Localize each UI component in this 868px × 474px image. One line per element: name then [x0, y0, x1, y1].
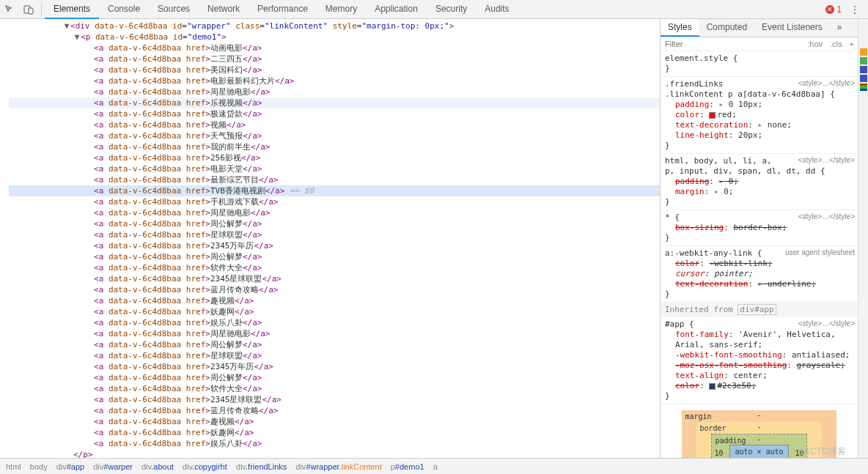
dom-node[interactable]: <a data-v-6c4d8baa href>蓝月传奇攻略</a>: [9, 405, 660, 416]
breadcrumb-item[interactable]: div.copygirht: [183, 462, 227, 471]
breadcrumb-bar: htmlbodydiv#appdiv#warperdiv.aboutdiv.co…: [0, 458, 868, 474]
dom-node[interactable]: <a data-v-6c4d8baa href>妖趣网</a>: [9, 306, 660, 317]
dom-node[interactable]: <a data-v-6c4d8baa href>2345万年历</a>: [9, 240, 660, 251]
breadcrumb-item[interactable]: div#app: [56, 462, 85, 471]
coverage-strip: [858, 19, 868, 458]
tab-performance[interactable]: Performance: [249, 0, 317, 19]
dom-node[interactable]: <a data-v-6c4d8baa href>我的前半生</a>: [9, 141, 660, 152]
breadcrumb-item[interactable]: a: [433, 462, 438, 471]
dom-node[interactable]: <a data-v-6c4d8baa href>电影最新科幻大片</a>: [9, 75, 660, 86]
dom-node[interactable]: <a data-v-6c4d8baa href>电影天堂</a>: [9, 163, 660, 174]
css-rule[interactable]: <style>…</style>html, body, ul, li, a,p,…: [661, 154, 858, 210]
dom-node[interactable]: <a data-v-6c4d8baa href>软件大全</a>: [9, 383, 660, 394]
dom-node[interactable]: <a data-v-6c4d8baa href>周公解梦</a>: [9, 339, 660, 350]
dom-node[interactable]: <a data-v-6c4d8baa href>趣视频</a>: [9, 416, 660, 427]
breadcrumb-item[interactable]: div#wrapper.linkContent: [295, 462, 381, 471]
inspect-icon[interactable]: [0, 0, 19, 19]
cls-toggle[interactable]: .cls: [826, 37, 846, 51]
dom-node[interactable]: <a data-v-6c4d8baa href>2345万年历</a>: [9, 361, 660, 372]
divider: [41, 4, 42, 15]
error-count[interactable]: ✕1: [821, 4, 846, 15]
dom-node[interactable]: ▼<p data-v-6c4d8baa id="demo1">: [9, 32, 660, 42]
styles-tab-styles[interactable]: Styles: [661, 19, 699, 37]
devtools-window: ElementsConsoleSourcesNetworkPerformance…: [0, 0, 868, 474]
breadcrumb-item[interactable]: body: [30, 462, 48, 471]
dom-node[interactable]: <a data-v-6c4d8baa href>周星驰电影</a>: [9, 207, 660, 218]
dom-node[interactable]: <a data-v-6c4d8baa href>手机游戏下载</a>: [9, 196, 660, 207]
styles-panel: StylesComputedEvent Listeners» :hov .cls…: [660, 19, 858, 458]
dom-node[interactable]: <a data-v-6c4d8baa href>极速贷款</a>: [9, 108, 660, 119]
main-area: ▼<div data-v-6c4d8baa id="wrapper" class…: [0, 19, 868, 458]
styles-tab-computed[interactable]: Computed: [699, 19, 754, 37]
toolbar-right: ✕1 ⋮: [821, 4, 868, 15]
breadcrumb-item[interactable]: p#demo1: [391, 462, 424, 471]
dom-node[interactable]: <a data-v-6c4d8baa href>周星驰电影</a>: [9, 328, 660, 339]
dom-node[interactable]: <a data-v-6c4d8baa href>蓝月传奇攻略</a>: [9, 284, 660, 295]
styles-filter-input[interactable]: [661, 37, 803, 51]
css-rule[interactable]: <style>…</style>#app {font-family: 'Aven…: [661, 317, 858, 404]
toolbar-left: ElementsConsoleSourcesNetworkPerformance…: [0, 0, 518, 19]
dom-node[interactable]: </p>: [9, 449, 660, 458]
dom-node[interactable]: <a data-v-6c4d8baa href>2345星球联盟</a>: [9, 394, 660, 405]
dom-node[interactable]: <a data-v-6c4d8baa href>周公解梦</a>: [9, 218, 660, 229]
css-rule[interactable]: user agent stylesheeta:-webkit-any-link …: [661, 246, 858, 303]
dom-node[interactable]: ▼<div data-v-6c4d8baa id="wrapper" class…: [9, 21, 660, 32]
dom-node[interactable]: <a data-v-6c4d8baa href>妖趣网</a>: [9, 427, 660, 438]
dom-node[interactable]: <a data-v-6c4d8baa href>星球联盟</a>: [9, 350, 660, 361]
dom-node[interactable]: <a data-v-6c4d8baa href>美国科幻</a>: [9, 64, 660, 75]
dom-node[interactable]: <a data-v-6c4d8baa href>娱乐八卦</a>: [9, 317, 660, 328]
gutter: [0, 19, 9, 458]
dom-node[interactable]: <a data-v-6c4d8baa href>二三四五</a>: [9, 53, 660, 64]
dom-node[interactable]: <a data-v-6c4d8baa href>周星驰电影</a>: [9, 86, 660, 97]
styles-tabs: StylesComputedEvent Listeners»: [661, 19, 858, 37]
dom-node[interactable]: <a data-v-6c4d8baa href>趣视频</a>: [9, 295, 660, 306]
elements-tree[interactable]: ▼<div data-v-6c4d8baa id="wrapper" class…: [9, 19, 660, 458]
dom-node[interactable]: <a data-v-6c4d8baa href>星球联盟</a>: [9, 229, 660, 240]
breadcrumb-item[interactable]: div.friendLinks: [236, 462, 287, 471]
tab-security[interactable]: Security: [427, 0, 476, 19]
tab-audits[interactable]: Audits: [476, 0, 518, 19]
dom-node[interactable]: <a data-v-6c4d8baa href>视频</a>: [9, 119, 660, 130]
dom-node[interactable]: <a data-v-6c4d8baa href>软件大全</a>: [9, 262, 660, 273]
panel-tabs: ElementsConsoleSourcesNetworkPerformance…: [45, 0, 518, 19]
tab-sources[interactable]: Sources: [149, 0, 199, 19]
css-rule[interactable]: <style>…</style>.friendLinks.linkContent…: [661, 77, 858, 154]
svg-rect-1: [29, 8, 33, 14]
dom-node[interactable]: <a data-v-6c4d8baa href>娱乐八卦</a>: [9, 438, 660, 449]
breadcrumb-item[interactable]: html: [6, 462, 21, 471]
dom-node[interactable]: <a data-v-6c4d8baa href>256影视</a>: [9, 152, 660, 163]
dom-node[interactable]: <a data-v-6c4d8baa href>乐视视频</a>: [9, 97, 660, 108]
dom-node[interactable]: <a data-v-6c4d8baa href>最新综艺节目</a>: [9, 174, 660, 185]
tab-console[interactable]: Console: [99, 0, 149, 19]
styles-tabs-overflow[interactable]: »: [830, 19, 850, 37]
add-rule-icon[interactable]: +: [846, 37, 858, 51]
tab-network[interactable]: Network: [199, 0, 249, 19]
dom-node[interactable]: <a data-v-6c4d8baa href>周公解梦</a>: [9, 251, 660, 262]
breadcrumb-item[interactable]: div.about: [141, 462, 174, 471]
dom-node[interactable]: <a data-v-6c4d8baa href>周公解梦</a>: [9, 372, 660, 383]
dom-node[interactable]: <a data-v-6c4d8baa href>2345星球联盟</a>: [9, 273, 660, 284]
dom-node[interactable]: <a data-v-6c4d8baa href>TVB香港电视剧</a> == …: [9, 185, 660, 196]
styles-filter-bar: :hov .cls +: [661, 37, 858, 51]
css-rule[interactable]: element.style {}: [661, 51, 858, 77]
tab-application[interactable]: Application: [366, 0, 427, 19]
error-number: 1: [836, 4, 842, 15]
more-icon[interactable]: ⋮: [846, 4, 864, 15]
dom-node[interactable]: <a data-v-6c4d8baa href>天气预报</a>: [9, 130, 660, 141]
breadcrumb-item[interactable]: div#warper: [93, 462, 133, 471]
css-rule[interactable]: <style>…</style>* {box-sizing: border-bo…: [661, 210, 858, 246]
box-model: margin-border-padding-1010auto × auto: [661, 404, 858, 458]
tab-memory[interactable]: Memory: [317, 0, 366, 19]
main-toolbar: ElementsConsoleSourcesNetworkPerformance…: [0, 0, 868, 19]
inherited-from: Inherited from div#app: [661, 303, 858, 317]
device-icon[interactable]: [19, 0, 38, 19]
styles-tab-event-listeners[interactable]: Event Listeners: [754, 19, 830, 37]
dom-node[interactable]: <a data-v-6c4d8baa href>动画电影</a>: [9, 42, 660, 53]
tab-elements[interactable]: Elements: [45, 0, 99, 19]
hov-toggle[interactable]: :hov: [803, 37, 826, 51]
styles-body[interactable]: element.style {}<style>…</style>.friendL…: [661, 51, 858, 458]
